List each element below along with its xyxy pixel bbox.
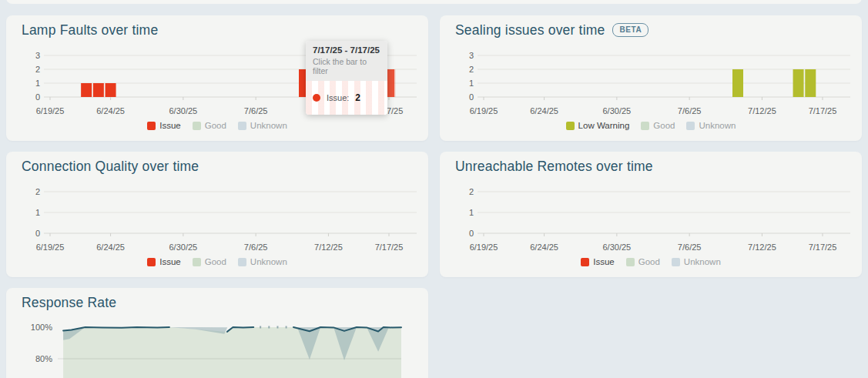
legend-item-issue[interactable]: Issue bbox=[147, 257, 181, 266]
bar[interactable] bbox=[106, 83, 116, 97]
y-tick-label: 0 bbox=[469, 92, 474, 102]
y-tick-label: 2 bbox=[35, 65, 40, 74]
sealing-issues-title: Sealing issues over timeBETA bbox=[455, 22, 648, 38]
y-tick-label: 3 bbox=[469, 51, 474, 60]
y-tick-label: 100% bbox=[31, 323, 52, 332]
card-title-text: Unreachable Remotes over time bbox=[455, 159, 653, 175]
response-rate-title: Response Rate bbox=[22, 295, 116, 311]
y-tick-label: 80% bbox=[35, 354, 52, 363]
legend-item-good[interactable]: Good bbox=[193, 121, 226, 130]
x-tick-label: 7/17/25 bbox=[809, 243, 837, 252]
x-tick-label: 6/24/25 bbox=[96, 106, 125, 115]
y-tick-label: 1 bbox=[469, 79, 474, 88]
y-tick-label: 0 bbox=[469, 229, 474, 238]
x-tick-label: 6/24/25 bbox=[96, 243, 125, 252]
sealing-issues-card: Sealing issues over timeBETA 01236/19/25… bbox=[440, 15, 862, 141]
legend-swatch bbox=[641, 122, 649, 130]
legend-label: Good bbox=[638, 257, 660, 266]
chart-tooltip: 7/17/25 - 7/17/25 Click the bar to filte… bbox=[306, 41, 387, 115]
x-tick-label: 6/19/25 bbox=[36, 243, 65, 252]
legend-swatch bbox=[626, 258, 635, 266]
card-title-text: Lamp Faults over time bbox=[22, 22, 158, 38]
x-tick-label: 7/6/25 bbox=[678, 243, 702, 252]
bar[interactable] bbox=[81, 83, 92, 97]
connection-quality-title: Connection Quality over time bbox=[22, 159, 199, 175]
lamp-faults-title: Lamp Faults over time bbox=[22, 22, 158, 38]
legend-label: Good bbox=[653, 121, 675, 130]
tooltip-date-range: 7/17/25 - 7/17/25 bbox=[313, 45, 380, 55]
y-tick-label: 3 bbox=[35, 51, 40, 60]
tooltip-series-label: Issue: bbox=[327, 93, 349, 102]
x-tick-label: 6/24/25 bbox=[530, 243, 558, 252]
unreachable-remotes-card: Unreachable Remotes over time 0126/19/25… bbox=[440, 152, 862, 277]
x-tick-label: 7/17/25 bbox=[375, 243, 404, 252]
bar[interactable] bbox=[805, 69, 816, 97]
x-tick-label: 7/12/25 bbox=[748, 106, 776, 115]
x-tick-label: 6/30/25 bbox=[169, 106, 198, 115]
lamp-faults-legend: IssueGoodUnknown bbox=[6, 121, 428, 130]
lamp-faults-card: Lamp Faults over time 01236/19/256/24/25… bbox=[6, 15, 428, 141]
legend-item-unknown[interactable]: Unknown bbox=[686, 121, 736, 130]
x-tick-label: 7/12/25 bbox=[314, 243, 343, 252]
legend-swatch bbox=[686, 122, 695, 130]
x-tick-label: 7/6/25 bbox=[678, 106, 702, 115]
connection-quality-legend: IssueGoodUnknown bbox=[6, 257, 428, 266]
legend-label: Good bbox=[205, 121, 226, 130]
bar[interactable] bbox=[93, 83, 104, 97]
card-title-text: Sealing issues over time bbox=[455, 22, 605, 38]
tooltip-body: Issue: 2 bbox=[306, 81, 387, 115]
connection-quality-card: Connection Quality over time 0126/19/256… bbox=[6, 152, 428, 277]
beta-badge: BETA bbox=[612, 23, 648, 37]
y-tick-label: 2 bbox=[35, 187, 40, 196]
unreachable-remotes-title: Unreachable Remotes over time bbox=[455, 159, 653, 175]
tooltip-value: 2 bbox=[355, 92, 360, 103]
legend-label: Issue bbox=[159, 257, 181, 266]
legend-label: Issue bbox=[159, 121, 181, 130]
legend-item-good[interactable]: Good bbox=[641, 121, 675, 130]
card-title-text: Response Rate bbox=[22, 295, 116, 311]
response-rate-card: Response Rate 100%80% bbox=[6, 288, 428, 378]
legend-item-issue[interactable]: Issue bbox=[581, 257, 615, 266]
x-tick-label: 6/19/25 bbox=[36, 106, 65, 115]
tooltip-hint: Click the bar to filter bbox=[313, 57, 380, 75]
sealing-issues-legend: Low WarningGoodUnknown bbox=[440, 121, 862, 130]
x-tick-label: 6/30/25 bbox=[169, 243, 198, 252]
legend-label: Issue bbox=[593, 257, 615, 266]
x-tick-label: 7/6/25 bbox=[244, 243, 268, 252]
legend-label: Unknown bbox=[250, 257, 287, 266]
legend-label: Good bbox=[205, 257, 226, 266]
y-tick-label: 2 bbox=[469, 187, 474, 196]
y-tick-label: 0 bbox=[35, 229, 40, 238]
bar[interactable] bbox=[793, 69, 804, 97]
x-tick-label: 6/19/25 bbox=[470, 243, 498, 252]
legend-swatch bbox=[147, 258, 156, 266]
legend-label: Unknown bbox=[684, 257, 721, 266]
legend-swatch bbox=[581, 258, 589, 266]
legend-item-unknown[interactable]: Unknown bbox=[238, 121, 287, 130]
legend-label: Unknown bbox=[250, 121, 287, 130]
y-tick-label: 1 bbox=[469, 208, 474, 217]
x-tick-label: 6/19/25 bbox=[470, 106, 498, 115]
legend-item-unknown[interactable]: Unknown bbox=[238, 257, 287, 266]
x-tick-label: 7/6/25 bbox=[244, 106, 268, 115]
previous-card-edge bbox=[6, 0, 862, 4]
bar[interactable] bbox=[732, 69, 743, 97]
response-rate-chart: 100%80% bbox=[6, 314, 428, 378]
x-tick-label: 7/12/25 bbox=[748, 243, 776, 252]
legend-item-good[interactable]: Good bbox=[193, 257, 226, 266]
issue-dot-icon bbox=[313, 94, 320, 102]
legend-item-unknown[interactable]: Unknown bbox=[672, 257, 721, 266]
card-title-text: Connection Quality over time bbox=[22, 159, 199, 175]
x-tick-label: 6/24/25 bbox=[530, 106, 558, 115]
y-tick-label: 1 bbox=[35, 79, 40, 88]
legend-item-issue[interactable]: Issue bbox=[147, 121, 181, 130]
x-tick-label: 7/17/25 bbox=[809, 106, 837, 115]
legend-swatch bbox=[566, 122, 575, 130]
legend-item-good[interactable]: Good bbox=[626, 257, 660, 266]
legend-item-low-warning[interactable]: Low Warning bbox=[566, 121, 630, 130]
x-tick-label: 6/30/25 bbox=[603, 106, 632, 115]
legend-swatch bbox=[193, 122, 201, 130]
legend-swatch bbox=[672, 258, 680, 266]
x-tick-label: 6/30/25 bbox=[603, 243, 632, 252]
legend-swatch bbox=[193, 258, 201, 266]
